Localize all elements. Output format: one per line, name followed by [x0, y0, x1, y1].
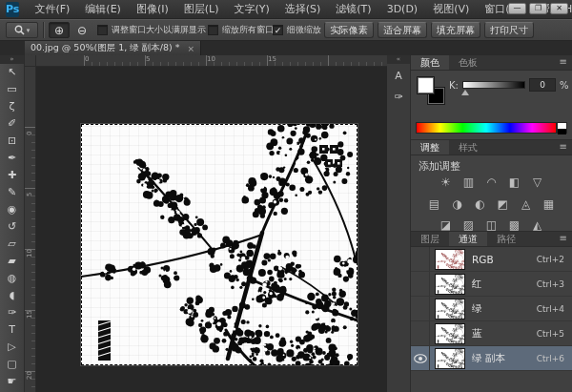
channel-thumbnail[interactable] — [436, 299, 464, 319]
hue-saturation-icon[interactable]: ▤ — [426, 196, 442, 212]
tab-swatches[interactable]: 色板 — [449, 55, 487, 70]
history-brush-tool[interactable]: ↺ — [0, 218, 24, 236]
actual-pixels-button[interactable]: 实际像素 — [324, 22, 374, 38]
ruler-tick-label: 5 — [146, 55, 150, 63]
blur-tool[interactable]: ◍ — [0, 270, 24, 287]
close-button[interactable]: ✕ — [550, 3, 568, 14]
zoom-out-button[interactable]: ⊖ — [72, 22, 92, 38]
fill-screen-button[interactable]: 填充屏幕 — [431, 22, 480, 38]
color-lookup-icon[interactable]: ▦ — [541, 196, 557, 212]
zoom-in-button[interactable]: ⊕ — [49, 22, 70, 38]
tab-layers[interactable]: 图层 — [411, 232, 449, 246]
spectrum-white-black-swatches[interactable] — [557, 122, 567, 134]
levels-icon[interactable]: ▥ — [460, 175, 477, 190]
brightness-contrast-icon[interactable]: ☀ — [438, 175, 454, 190]
panel-menu-icon[interactable]: ≡ — [560, 233, 567, 243]
channel-row-rgb[interactable]: RGB Ctrl+2 — [411, 247, 572, 272]
checkbox-zoom-all-windows[interactable]: 缩放所有窗口 — [208, 22, 274, 38]
k-slider-track[interactable] — [462, 81, 525, 89]
tab-color[interactable]: 颜色 — [411, 55, 449, 70]
visibility-toggle[interactable] — [411, 297, 430, 320]
k-slider-handle[interactable] — [461, 90, 469, 95]
ruler-tick-label: 15 — [26, 310, 33, 319]
toolbar-collapse-icon[interactable]: » — [0, 55, 24, 64]
move-tool[interactable]: ↖ — [0, 64, 24, 81]
tab-paths[interactable]: 路径 — [487, 232, 525, 246]
color-spectrum-ramp[interactable] — [416, 122, 557, 134]
photo-filter-icon[interactable]: ◩ — [495, 196, 511, 212]
menu-type[interactable]: 文字(Y) — [226, 0, 276, 19]
channel-thumbnail[interactable] — [436, 324, 464, 343]
checkbox-box[interactable]: ✓ — [273, 25, 283, 35]
panel-menu-icon[interactable]: ≡ — [560, 141, 567, 152]
fit-screen-button[interactable]: 适合屏幕 — [378, 22, 427, 38]
channel-row-red[interactable]: 红 Ctrl+3 — [411, 272, 572, 297]
channel-row-blue[interactable]: 蓝 Ctrl+5 — [411, 321, 572, 346]
curves-icon[interactable]: ◠ — [483, 175, 500, 190]
document-image[interactable] — [81, 124, 358, 365]
crop-tool[interactable]: ⊡ — [0, 133, 24, 150]
menu-filter[interactable]: 滤镜(T) — [328, 0, 378, 19]
rectangle-tool[interactable]: ▢ — [0, 356, 24, 373]
menu-layer[interactable]: 图层(L) — [176, 0, 227, 19]
checkbox-box[interactable] — [97, 25, 108, 35]
channel-thumbnail[interactable] — [436, 275, 464, 294]
canvas-viewport[interactable] — [36, 67, 387, 392]
channel-thumbnail[interactable] — [436, 349, 464, 368]
character-panel-icon[interactable]: A — [389, 67, 409, 85]
k-value-field[interactable]: 0 — [529, 78, 556, 92]
channel-thumbnail[interactable] — [436, 250, 464, 269]
menu-view[interactable]: 视图(V) — [425, 0, 477, 19]
document-tab[interactable]: 00.jpg @ 50%(图层 1, 绿 副本/8) * × — [25, 41, 201, 55]
maximize-button[interactable]: ❐ — [529, 3, 547, 14]
ruler-corner — [25, 55, 36, 67]
checkbox-box[interactable] — [208, 25, 218, 35]
eyedropper-tool[interactable]: ✒ — [0, 150, 24, 167]
minimize-button[interactable]: — — [508, 3, 526, 14]
checkbox-resize-windows-to-fit[interactable]: 调整窗口大小以满屏显示 — [97, 22, 206, 38]
panel-menu-icon[interactable]: ≡ — [560, 56, 567, 67]
dodge-tool[interactable]: ◖ — [0, 287, 24, 304]
channel-mixer-icon[interactable]: ◬ — [518, 196, 534, 212]
checkbox-scrubby-zoom[interactable]: ✓ 细微缩放 — [273, 22, 321, 38]
channel-row-green[interactable]: 绿 Ctrl+4 — [411, 297, 572, 321]
menu-file[interactable]: 文件(F) — [27, 0, 77, 19]
ruler-tick-label: 0 — [85, 55, 89, 63]
menu-3d[interactable]: 3D(D) — [379, 0, 426, 19]
type-tool[interactable]: T — [0, 321, 24, 339]
tab-styles[interactable]: 样式 — [449, 140, 487, 155]
window-controls: — ❐ ✕ — [508, 3, 568, 14]
brush-panel-icon[interactable]: ✑ — [389, 88, 409, 106]
pen-tool[interactable]: ✑ — [0, 304, 24, 321]
clone-stamp-tool[interactable]: ◉ — [0, 201, 24, 218]
gradient-tool[interactable]: ▰ — [0, 253, 24, 270]
canvas-area: 0 5 10 15 0 5 10 15 20 — [25, 55, 387, 392]
visibility-toggle[interactable] — [411, 247, 430, 271]
tab-close-icon[interactable]: × — [188, 44, 195, 53]
zoom-tool-preset[interactable]: ▾ — [6, 22, 38, 38]
visibility-toggle[interactable] — [411, 272, 430, 296]
dock-collapse-icon[interactable]: « — [387, 55, 410, 64]
black-white-icon[interactable]: ◐ — [472, 196, 488, 212]
menu-edit[interactable]: 编辑(E) — [77, 0, 129, 19]
vibrance-icon[interactable]: ▽ — [529, 175, 545, 190]
menu-select[interactable]: 选择(S) — [277, 0, 329, 19]
menu-image[interactable]: 图像(I) — [129, 0, 176, 19]
rectangular-marquee-tool[interactable]: ▭ — [0, 81, 24, 98]
tab-channels[interactable]: 通道 — [449, 232, 487, 246]
visibility-toggle[interactable] — [411, 321, 430, 345]
color-balance-icon[interactable]: ◑ — [449, 196, 465, 212]
brush-tool[interactable]: ✎ — [0, 184, 24, 201]
lasso-tool[interactable]: ζ — [0, 98, 24, 115]
eraser-tool[interactable]: ▱ — [0, 236, 24, 253]
channel-row-green-copy[interactable]: 绿 副本 Ctrl+6 — [411, 346, 572, 371]
hand-tool[interactable]: ☛ — [0, 373, 24, 390]
path-selection-tool[interactable]: ▷ — [0, 339, 24, 356]
spot-healing-brush-tool[interactable]: ✚ — [0, 167, 24, 184]
foreground-color-swatch[interactable] — [417, 76, 435, 94]
visibility-toggle[interactable] — [411, 346, 430, 370]
print-size-button[interactable]: 打印尺寸 — [484, 22, 534, 38]
exposure-icon[interactable]: ◧ — [506, 175, 522, 190]
tab-adjustments[interactable]: 调整 — [411, 140, 449, 155]
quick-selection-tool[interactable]: ✐ — [0, 115, 24, 133]
